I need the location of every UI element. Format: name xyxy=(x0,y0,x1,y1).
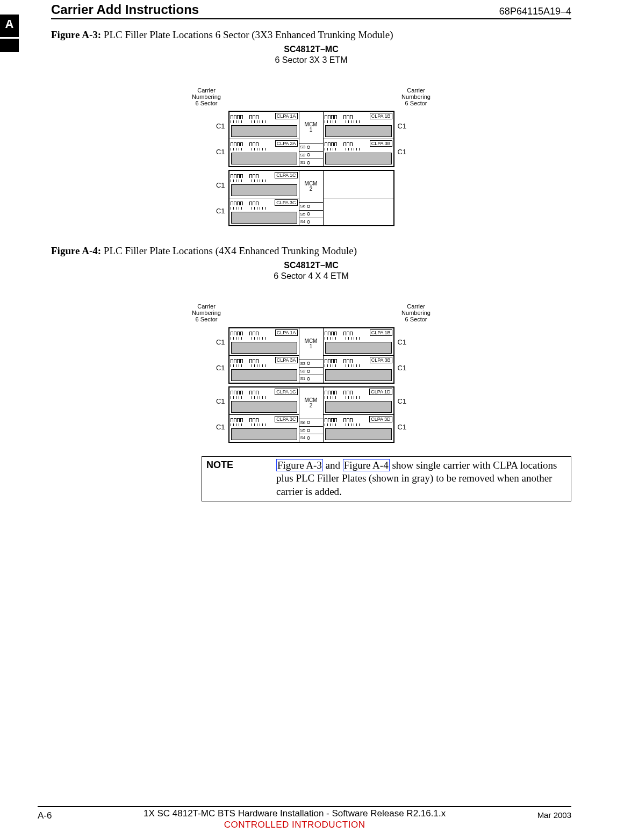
carrier-c1: C1 xyxy=(209,389,228,414)
switch-s2: S2 xyxy=(299,367,323,375)
footer-title: 1X SC 4812T-MC BTS Hardware Installation… xyxy=(52,808,537,819)
switch-s6: S6 xyxy=(299,419,323,426)
module-clpa-1b: CLPA 1B xyxy=(324,328,393,356)
filler-plate xyxy=(325,428,392,440)
filler-plate xyxy=(231,153,297,164)
module-clpa-3c: CLPA 3C xyxy=(229,198,299,225)
clpa-label: CLPA 3A xyxy=(275,357,298,363)
carrier-c1: C1 xyxy=(209,139,228,165)
clpa-label: CLPA 1B xyxy=(370,113,392,119)
empty-slot xyxy=(324,198,393,225)
figure-a3-label: Figure A-3: xyxy=(51,29,101,40)
page-footer: A-6 1X SC 4812T-MC BTS Hardware Installa… xyxy=(38,806,571,830)
switch-s6: S6 xyxy=(299,203,323,210)
carrier-label-right: Carrier Numbering 6 Sector xyxy=(397,303,435,322)
filler-plate xyxy=(231,428,297,440)
carrier-c1: C1 xyxy=(209,329,228,355)
figure-a4-text: PLC Filler Plate Locations (4X4 Enhanced… xyxy=(101,245,357,256)
module-clpa-1c: CLPA 1C xyxy=(229,387,299,415)
note-label: NOTE xyxy=(206,459,276,499)
mcm-2: MCM 2 xyxy=(299,171,323,203)
carrier-c1: C1 xyxy=(209,355,228,381)
switch-s4: S4 xyxy=(299,434,323,441)
carrier-c1: C1 xyxy=(394,355,414,381)
carrier-c1: C1 xyxy=(209,198,228,224)
mcm-1: MCM 1 xyxy=(299,328,323,360)
page-header: Carrier Add Instructions 68P64115A19–4 xyxy=(51,0,571,19)
clpa-label: CLPA 3C xyxy=(275,199,297,206)
clpa-label: CLPA 1C xyxy=(275,172,297,178)
module-clpa-1a: CLPA 1A xyxy=(229,328,299,356)
switch-s1: S1 xyxy=(299,159,323,166)
figure-a3-diagram: Carrier Numbering 6 Sector Carrier Numbe… xyxy=(51,87,571,229)
section-tab: A xyxy=(0,15,19,37)
filler-plate xyxy=(231,212,297,224)
filler-plate xyxy=(325,369,392,381)
note-mid: and xyxy=(323,460,343,471)
carrier-label-left: Carrier Numbering 6 Sector xyxy=(188,87,225,106)
clpa-label: CLPA 3C xyxy=(275,416,297,422)
xref-figure-a4[interactable]: Figure A-4 xyxy=(343,459,390,471)
figure-a3-caption: Figure A-3: PLC Filler Plate Locations 6… xyxy=(51,29,571,41)
figure-a4-title-sub: 6 Sector 4 X 4 ETM xyxy=(274,271,349,281)
module-clpa-3a: CLPA 3A xyxy=(229,139,299,166)
figure-a3-title-sub: 6 Sector 3X 3 ETM xyxy=(275,55,347,64)
clpa-label: CLPA 1C xyxy=(275,389,297,395)
module-clpa-3d: CLPA 3D xyxy=(324,415,393,442)
figure-a3-title: SC4812T–MC 6 Sector 3X 3 ETM xyxy=(51,44,571,66)
clpa-label: CLPA 3B xyxy=(370,140,392,147)
clpa-label: CLPA 1D xyxy=(369,389,392,395)
carrier-label-left: Carrier Numbering 6 Sector xyxy=(188,303,225,322)
figure-a4-caption: Figure A-4: PLC Filler Plate Locations (… xyxy=(51,245,571,257)
clpa-label: CLPA 3D xyxy=(369,416,392,422)
figure-a3-title-bold: SC4812T–MC xyxy=(284,45,338,54)
module-clpa-1a: CLPA 1A xyxy=(229,112,299,139)
filler-plate xyxy=(325,401,392,413)
xref-figure-a3[interactable]: Figure A-3 xyxy=(276,459,323,471)
filler-plate xyxy=(325,125,392,137)
carrier-c1: C1 xyxy=(394,139,414,165)
filler-plate xyxy=(231,401,297,413)
filler-plate xyxy=(231,125,297,137)
switch-s5: S5 xyxy=(299,426,323,434)
figure-a4-diagram: Carrier Numbering 6 Sector Carrier Numbe… xyxy=(51,303,571,445)
carrier-c1: C1 xyxy=(209,173,228,198)
module-clpa-3b: CLPA 3B xyxy=(324,356,393,383)
clpa-label: CLPA 3A xyxy=(275,140,298,147)
figure-a4-label: Figure A-4: xyxy=(51,245,101,256)
shelf-1: CLPA 1A CLPA 3A MCM 1 S3 xyxy=(228,111,394,167)
page-number: A-6 xyxy=(38,808,52,821)
note-text: Figure A-3 and Figure A-4 show single ca… xyxy=(276,459,566,499)
module-clpa-1c: CLPA 1C xyxy=(229,171,299,198)
mcm-1: MCM 1 xyxy=(299,112,323,143)
module-clpa-1d: CLPA 1D xyxy=(324,387,393,415)
filler-plate xyxy=(231,184,297,196)
carrier-c1: C1 xyxy=(394,113,414,139)
switch-s2: S2 xyxy=(299,151,323,159)
filler-plate xyxy=(325,342,392,354)
note-box: NOTE Figure A-3 and Figure A-4 show sing… xyxy=(202,456,571,501)
switch-s5: S5 xyxy=(299,210,323,218)
mcm-2: MCM 2 xyxy=(299,387,323,419)
shelf-2: CLPA 1C CLPA 3C MCM 2 S xyxy=(228,170,394,226)
switch-s3: S3 xyxy=(299,360,323,367)
header-docnum: 68P64115A19–4 xyxy=(499,6,571,17)
filler-plate xyxy=(325,153,392,164)
carrier-c1: C1 xyxy=(394,329,414,355)
header-title: Carrier Add Instructions xyxy=(51,2,199,17)
switch-s3: S3 xyxy=(299,143,323,150)
module-clpa-3a: CLPA 3A xyxy=(229,356,299,383)
footer-controlled: CONTROLLED INTRODUCTION xyxy=(52,820,537,830)
module-clpa-1b: CLPA 1B xyxy=(324,112,393,139)
carrier-c1: C1 xyxy=(394,389,414,414)
carrier-c1: C1 xyxy=(394,414,414,440)
filler-plate xyxy=(231,342,297,354)
module-clpa-3c: CLPA 3C xyxy=(229,415,299,442)
shelf-1: CLPA 1A CLPA 3A MCM 1 S3 xyxy=(228,327,394,384)
carrier-c1: C1 xyxy=(209,414,228,440)
shelf-2: CLPA 1C CLPA 3C MCM 2 S xyxy=(228,386,394,443)
switch-s4: S4 xyxy=(299,218,323,225)
clpa-label: CLPA 1A xyxy=(275,329,298,336)
section-tab-marker xyxy=(0,39,19,52)
switch-s1: S1 xyxy=(299,375,323,382)
